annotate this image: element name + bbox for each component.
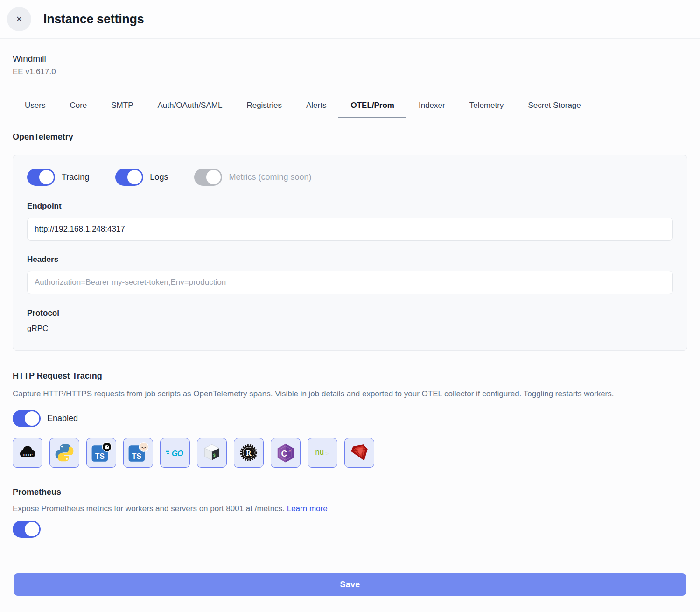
- http-request-tracing-description: Capture HTTP/HTTPS requests from job scr…: [13, 387, 680, 400]
- tab-registries[interactable]: Registries: [234, 94, 294, 118]
- prometheus-title: Prometheus: [13, 487, 687, 497]
- close-button[interactable]: ×: [7, 7, 31, 31]
- tracing-toggle-group: Tracing: [27, 169, 89, 186]
- endpoint-label: Endpoint: [27, 202, 673, 211]
- tracing-label: Tracing: [62, 172, 89, 182]
- settings-tabs: Users Core SMTP Auth/OAuth/SAML Registri…: [13, 94, 687, 118]
- protocol-value: gRPC: [27, 324, 673, 333]
- svg-text:HTTP: HTTP: [23, 453, 33, 457]
- instance-info: Windmill EE v1.617.0: [13, 54, 687, 77]
- endpoint-input[interactable]: [27, 218, 673, 241]
- svg-text:TS: TS: [95, 452, 105, 460]
- tab-smtp[interactable]: SMTP: [99, 94, 145, 118]
- bash-shell-icon: $_: [201, 442, 223, 464]
- lang-button-python[interactable]: [49, 438, 79, 468]
- lang-button-rust[interactable]: R: [234, 438, 264, 468]
- svg-text:$_: $_: [213, 453, 218, 458]
- http-tracing-enabled-toggle[interactable]: [13, 410, 41, 427]
- enabled-label: Enabled: [47, 414, 78, 423]
- tab-secret-storage[interactable]: Secret Storage: [516, 94, 593, 118]
- lang-button-ruby[interactable]: [344, 438, 374, 468]
- tab-alerts[interactable]: Alerts: [294, 94, 338, 118]
- lang-button-go[interactable]: GO: [160, 438, 190, 468]
- page-title: Instance settings: [43, 12, 144, 27]
- otel-toggle-row: Tracing Logs Metrics (coming soon): [27, 169, 673, 186]
- language-button-row: HTTP TS: [13, 438, 687, 468]
- rust-icon: R: [238, 442, 259, 464]
- headers-label: Headers: [27, 255, 673, 264]
- prometheus-description-text: Expose Prometheus metrics for workers an…: [13, 504, 285, 513]
- prometheus-toggle[interactable]: [13, 521, 41, 538]
- logs-label: Logs: [150, 172, 168, 182]
- opentelemetry-title: OpenTelemetry: [13, 132, 687, 142]
- python-icon: [54, 442, 75, 464]
- enabled-toggle-group: Enabled: [13, 410, 687, 427]
- logs-toggle-group: Logs: [115, 169, 168, 186]
- lang-button-nu[interactable]: nu >: [308, 438, 337, 468]
- protocol-label: Protocol: [27, 309, 673, 318]
- tab-otel-prom[interactable]: OTEL/Prom: [338, 94, 406, 118]
- toggle-knob: [206, 170, 221, 184]
- svg-text:>: >: [325, 450, 329, 457]
- tab-users[interactable]: Users: [13, 94, 57, 118]
- nushell-icon: nu >: [312, 442, 333, 464]
- instance-version: EE v1.617.0: [13, 67, 687, 77]
- deno-typescript-icon: TS: [91, 442, 112, 464]
- toggle-knob: [25, 411, 39, 426]
- ruby-icon: [349, 442, 370, 464]
- svg-text:R: R: [246, 449, 252, 457]
- metrics-label: Metrics (coming soon): [229, 172, 311, 182]
- svg-text:nu: nu: [315, 448, 324, 457]
- csharp-icon: C #: [275, 442, 296, 464]
- http-request-tracing-title: HTTP Request Tracing: [13, 371, 687, 381]
- lang-button-deno[interactable]: TS: [86, 438, 116, 468]
- opentelemetry-panel: Tracing Logs Metrics (coming soon) Endpo…: [13, 155, 687, 351]
- tab-core[interactable]: Core: [57, 94, 99, 118]
- tab-telemetry[interactable]: Telemetry: [457, 94, 516, 118]
- lang-button-bash[interactable]: $_: [197, 438, 227, 468]
- header: × Instance settings: [0, 0, 700, 39]
- lang-button-http[interactable]: HTTP: [13, 438, 42, 468]
- svg-text:C: C: [281, 449, 287, 458]
- toggle-knob: [39, 170, 54, 184]
- lang-button-csharp[interactable]: C #: [271, 438, 301, 468]
- headers-input[interactable]: [27, 271, 673, 294]
- svg-text:#: #: [288, 448, 291, 453]
- go-icon: GO: [164, 442, 186, 464]
- tracing-toggle[interactable]: [27, 169, 55, 186]
- save-button[interactable]: Save: [14, 573, 686, 596]
- metrics-toggle: [194, 169, 222, 186]
- toggle-knob: [25, 522, 39, 536]
- logs-toggle[interactable]: [115, 169, 143, 186]
- tab-indexer[interactable]: Indexer: [406, 94, 457, 118]
- instance-name: Windmill: [13, 54, 687, 64]
- close-icon: ×: [16, 13, 22, 25]
- tab-auth-oauth-saml[interactable]: Auth/OAuth/SAML: [146, 94, 235, 118]
- prometheus-section: Prometheus Expose Prometheus metrics for…: [13, 487, 687, 540]
- lang-button-bun[interactable]: TS: [123, 438, 153, 468]
- metrics-toggle-group: Metrics (coming soon): [194, 169, 311, 186]
- learn-more-link[interactable]: Learn more: [287, 504, 328, 513]
- svg-text:TS: TS: [132, 452, 141, 460]
- svg-text:GO: GO: [172, 449, 183, 458]
- main-content: Windmill EE v1.617.0 Users Core SMTP Aut…: [0, 54, 700, 596]
- prometheus-description: Expose Prometheus metrics for workers an…: [13, 504, 687, 514]
- toggle-knob: [127, 170, 142, 184]
- bun-typescript-icon: TS: [127, 442, 149, 464]
- http-request-tracing-section: HTTP Request Tracing Capture HTTP/HTTPS …: [13, 371, 687, 468]
- http-icon: HTTP: [17, 442, 38, 464]
